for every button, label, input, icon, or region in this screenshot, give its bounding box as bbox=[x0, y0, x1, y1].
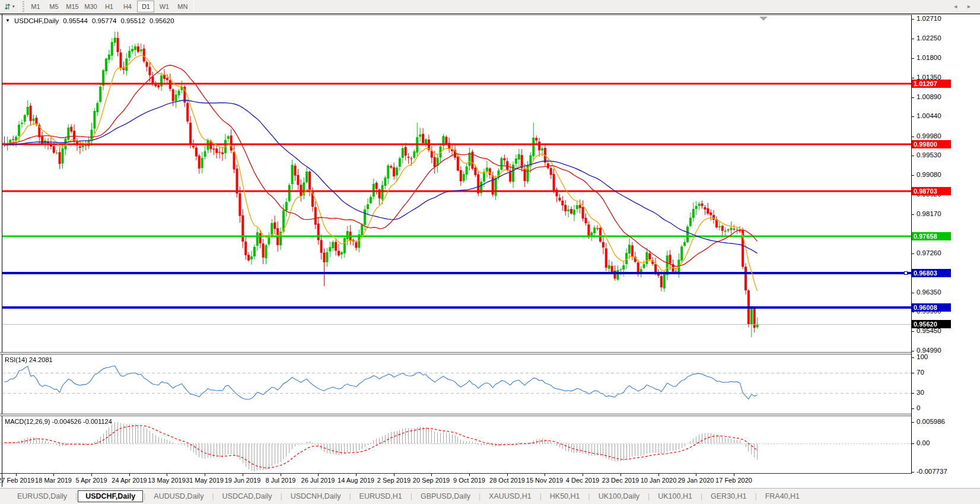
date-tick-mark bbox=[356, 474, 357, 476]
chart-mode-button[interactable]: ⇵ ▾ bbox=[2, 1, 17, 12]
date-tick-mark bbox=[696, 474, 696, 476]
low-value: 0.95512 bbox=[120, 17, 145, 24]
chart-title: ▼ USDCHF,Daily 0.95544 0.95774 0.95512 0… bbox=[5, 17, 174, 24]
tab-gbpusd-daily[interactable]: GBPUSD,Daily bbox=[413, 490, 478, 502]
date-label: 20 Sep 2019 bbox=[413, 477, 450, 484]
rsi-chart-canvas[interactable] bbox=[2, 355, 911, 414]
price-tick-label: 0.97260 bbox=[917, 249, 941, 256]
date-label: 23 Dec 2019 bbox=[602, 477, 639, 484]
date-label: 28 Oct 2019 bbox=[489, 477, 525, 484]
date-tick-mark bbox=[507, 474, 508, 476]
macd-tick-mark bbox=[912, 472, 914, 473]
tab-fra40-h1[interactable]: FRA40,H1 bbox=[758, 490, 807, 502]
price-tick-mark bbox=[912, 19, 914, 20]
tab-separator: | bbox=[588, 492, 590, 500]
price-tick-mark bbox=[912, 312, 914, 312]
date-tick-mark bbox=[129, 474, 130, 476]
tab-separator: | bbox=[755, 492, 757, 500]
tab-scroll-left-icon[interactable]: ◄ bbox=[953, 4, 958, 9]
date-label: 17 Feb 2020 bbox=[715, 477, 752, 484]
price-tick-label: 0.99080 bbox=[917, 171, 941, 178]
price-tick-mark bbox=[912, 58, 914, 59]
tab-separator: | bbox=[212, 492, 214, 500]
price-tick-label: 0.99980 bbox=[917, 132, 941, 140]
timeframe-button-mn[interactable]: MN bbox=[174, 1, 191, 12]
date-label: 19 Jun 2019 bbox=[225, 477, 261, 484]
timeframe-button-h4[interactable]: H4 bbox=[119, 1, 136, 12]
tab-eurusd-h1[interactable]: EURUSD,H1 bbox=[352, 490, 410, 502]
hline-price-tag: 0.97658 bbox=[912, 232, 951, 240]
price-tick-mark bbox=[912, 116, 914, 117]
tab-ger30-h1[interactable]: GER30,H1 bbox=[703, 490, 754, 502]
charts-icon: ⇵ bbox=[4, 2, 11, 11]
tab-separator: | bbox=[281, 492, 282, 500]
timeframe-button-m1[interactable]: M1 bbox=[27, 1, 44, 12]
hline-price-tag: 0.96008 bbox=[912, 303, 951, 312]
price-chart-canvas[interactable] bbox=[2, 15, 911, 352]
rsi-tick-label: 0 bbox=[917, 404, 920, 411]
date-label: 24 Apr 2019 bbox=[112, 477, 147, 484]
date-axis[interactable]: 27 Feb 201918 Mar 20195 Apr 201924 Apr 2… bbox=[2, 474, 911, 487]
toolbar-grip[interactable] bbox=[23, 1, 24, 12]
mt4-workspace: ⇵ ▾ M1M5M15M30H1H4D1W1MN ▼ USDCHF,Daily … bbox=[0, 0, 980, 504]
date-label: 2 Sep 2019 bbox=[377, 477, 411, 484]
date-tick-mark bbox=[16, 474, 17, 476]
date-tick-mark bbox=[658, 474, 659, 476]
tab-usdchf-daily[interactable]: USDCHF,Daily bbox=[78, 490, 143, 502]
price-tick-label: 1.00890 bbox=[917, 93, 941, 100]
price-tick-label: 0.98170 bbox=[917, 210, 941, 217]
tab-usdcnh-daily[interactable]: USDCNH,Daily bbox=[283, 490, 349, 502]
price-tick-mark bbox=[912, 331, 914, 332]
tab-separator: | bbox=[479, 492, 481, 500]
tab-hk50-h1[interactable]: HK50,H1 bbox=[542, 490, 588, 502]
timeframe-button-m5[interactable]: M5 bbox=[45, 1, 62, 12]
timeframe-button-w1[interactable]: W1 bbox=[155, 1, 173, 12]
tab-uk100-h1[interactable]: UK100,H1 bbox=[650, 490, 700, 502]
pane-splitter[interactable] bbox=[0, 352, 980, 354]
date-tick-mark bbox=[621, 474, 621, 476]
chart-symbol-label: USDCHF,Daily bbox=[14, 17, 59, 24]
price-tick-label: 1.01800 bbox=[917, 54, 941, 61]
tab-audusd-daily[interactable]: AUDUSD,Daily bbox=[146, 490, 211, 502]
rsi-tick-mark bbox=[912, 408, 914, 409]
chart-window-border bbox=[0, 14, 980, 14]
tab-separator: | bbox=[75, 492, 77, 500]
tab-separator: | bbox=[144, 492, 145, 500]
timeframe-button-h1[interactable]: H1 bbox=[100, 1, 117, 12]
current-price-tag: 0.95620 bbox=[912, 320, 951, 328]
tab-xauusd-h1[interactable]: XAUUSD,H1 bbox=[481, 490, 539, 502]
toolbar-separator bbox=[18, 1, 19, 12]
date-label: 14 Aug 2019 bbox=[338, 477, 374, 484]
date-label: 27 Feb 2019 bbox=[0, 477, 34, 484]
price-tick-label: 0.99530 bbox=[917, 151, 941, 159]
price-tick-mark bbox=[912, 39, 914, 39]
hline-price-tag: 0.98703 bbox=[912, 187, 951, 195]
timeframe-buttons: M1M5M15M30H1H4D1W1MN bbox=[26, 1, 192, 12]
hline-drag-handle[interactable] bbox=[904, 271, 908, 275]
chevron-down-icon[interactable]: ▼ bbox=[5, 18, 10, 23]
timeframe-button-m30[interactable]: M30 bbox=[82, 1, 99, 12]
price-axis[interactable]: 1.027101.022501.018001.013501.008901.004… bbox=[912, 15, 980, 474]
timeframe-button-d1[interactable]: D1 bbox=[137, 1, 154, 12]
tab-usdcad-daily[interactable]: USDCAD,Daily bbox=[215, 490, 280, 502]
price-tick-mark bbox=[912, 78, 914, 78]
macd-tick-label: 0.00 bbox=[917, 439, 930, 446]
date-tick-mark bbox=[167, 474, 167, 476]
macd-tick-label: -0.007737 bbox=[917, 468, 947, 475]
date-label: 31 May 2019 bbox=[186, 477, 224, 484]
timeframe-toolbar: ⇵ ▾ M1M5M15M30H1H4D1W1MN bbox=[0, 0, 980, 14]
date-label: 5 Apr 2019 bbox=[75, 477, 107, 484]
date-label: 15 Nov 2019 bbox=[526, 477, 563, 484]
pane-splitter[interactable] bbox=[0, 414, 980, 416]
tab-scroll-right-icon[interactable]: ► bbox=[966, 4, 972, 9]
macd-chart-canvas[interactable] bbox=[2, 417, 911, 473]
date-tick-mark bbox=[243, 474, 243, 476]
chevron-down-icon[interactable]: ▾ bbox=[12, 4, 15, 9]
tab-eurusd-daily[interactable]: EURUSD,Daily bbox=[9, 490, 75, 502]
open-value: 0.95544 bbox=[63, 17, 88, 24]
tab-uk100-daily[interactable]: UK100,Daily bbox=[591, 490, 647, 502]
date-label: 29 Jan 2020 bbox=[678, 477, 714, 484]
date-label: 8 Jul 2019 bbox=[266, 477, 296, 484]
timeframe-button-m15[interactable]: M15 bbox=[63, 1, 81, 12]
date-tick-mark bbox=[281, 474, 281, 476]
